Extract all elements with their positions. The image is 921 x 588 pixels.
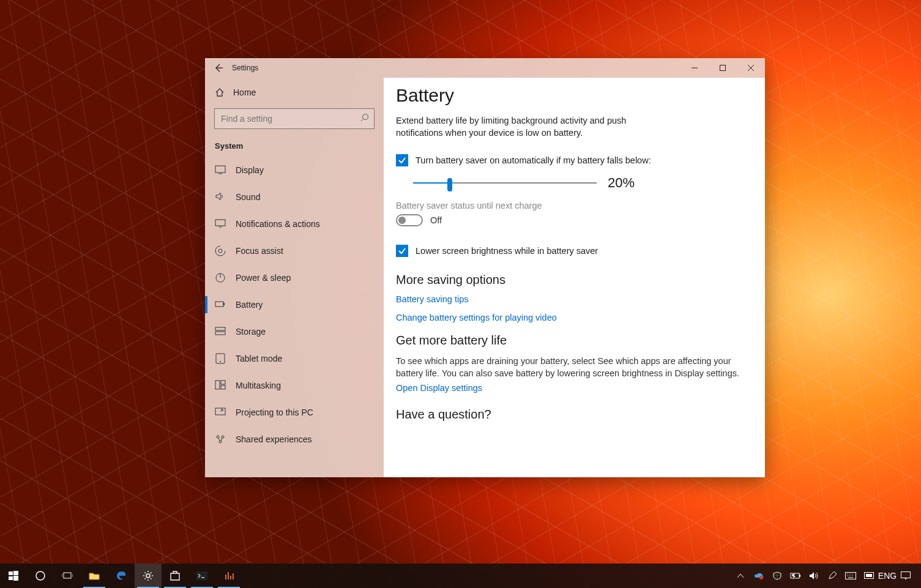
nav-list[interactable]: DisplaySoundNotifications & actionsFocus…: [205, 157, 384, 477]
windows-icon: [9, 571, 18, 581]
focus-icon: [215, 245, 226, 256]
auto-saver-checkbox[interactable]: [396, 154, 408, 166]
content-area[interactable]: Battery Extend battery life by limiting …: [384, 78, 765, 477]
more-saving-title: More saving options: [396, 273, 747, 287]
keyboard-icon: [845, 572, 856, 579]
svg-rect-14: [221, 385, 225, 389]
svg-rect-21: [9, 576, 13, 580]
store-icon: [170, 571, 181, 581]
back-button[interactable]: [205, 58, 232, 78]
svg-rect-19: [9, 571, 13, 575]
language-indicator[interactable]: ENG: [878, 564, 897, 588]
project-icon: [864, 572, 874, 579]
slider-fill: [413, 182, 450, 184]
titlebar[interactable]: Settings: [205, 58, 765, 78]
taskbar[interactable]: ENG: [0, 564, 921, 588]
svg-rect-32: [866, 574, 872, 577]
window-title: Settings: [232, 64, 258, 72]
threshold-slider[interactable]: [413, 177, 597, 189]
svg-point-11: [220, 361, 221, 362]
maximize-button[interactable]: [709, 58, 737, 78]
system-tray: ENG: [731, 564, 921, 588]
sidebar-item-notifications[interactable]: Notifications & actions: [205, 210, 384, 237]
store-taskbar-button[interactable]: [162, 564, 188, 588]
video-settings-link[interactable]: Change battery settings for playing vide…: [396, 313, 747, 322]
multitasking-icon: [215, 380, 226, 391]
svg-point-27: [759, 576, 763, 579]
maximize-icon: [720, 65, 726, 71]
svg-point-16: [217, 436, 219, 438]
sidebar-item-storage[interactable]: Storage: [205, 318, 384, 345]
battery-tips-link[interactable]: Battery saving tips: [396, 294, 747, 304]
tray-pen-icon[interactable]: [823, 564, 841, 588]
notification-icon: [901, 571, 911, 580]
sidebar: Home System DisplaySoundNotifications & …: [205, 78, 384, 477]
svg-rect-33: [901, 572, 911, 578]
slider-thumb[interactable]: [447, 178, 452, 192]
home-label: Home: [233, 87, 256, 97]
sidebar-item-tablet[interactable]: Tablet mode: [205, 345, 384, 372]
sidebar-item-label: Focus assist: [236, 246, 283, 256]
svg-rect-12: [215, 381, 220, 389]
brightness-checkbox[interactable]: [396, 245, 408, 257]
sidebar-item-power[interactable]: Power & sleep: [205, 264, 384, 291]
app-taskbar-button[interactable]: [215, 564, 242, 588]
sidebar-item-multitasking[interactable]: Multitasking: [205, 372, 384, 399]
tray-security-icon[interactable]: [768, 564, 786, 588]
sidebar-item-label: Battery: [236, 300, 263, 310]
svg-rect-2: [215, 166, 225, 173]
chevron-up-icon: [737, 573, 744, 578]
tray-overflow-button[interactable]: [731, 564, 750, 588]
sidebar-item-sound[interactable]: Sound: [205, 184, 384, 210]
bars-icon: [224, 571, 234, 581]
tray-keyboard-icon[interactable]: [841, 564, 860, 588]
sidebar-item-label: Display: [236, 165, 264, 175]
show-desktop-button[interactable]: [915, 564, 919, 588]
sidebar-item-label: Power & sleep: [236, 273, 291, 283]
sidebar-item-shared[interactable]: Shared experiences: [205, 426, 384, 453]
svg-rect-9: [215, 332, 225, 335]
edge-taskbar-button[interactable]: [108, 564, 135, 588]
search-input[interactable]: [214, 108, 375, 129]
tray-project-icon[interactable]: [860, 564, 878, 588]
speaker-icon: [809, 571, 819, 580]
svg-rect-0: [720, 65, 726, 71]
sidebar-item-battery[interactable]: Battery: [205, 291, 384, 318]
get-more-title: Get more battery life: [396, 333, 747, 348]
explorer-taskbar-button[interactable]: [81, 564, 108, 588]
search-icon: [360, 113, 369, 122]
battery-icon: [790, 572, 801, 579]
status-toggle[interactable]: [396, 214, 423, 226]
question-title: Have a question?: [396, 408, 747, 422]
minimize-button[interactable]: [680, 58, 709, 78]
close-button[interactable]: [737, 58, 765, 78]
gear-icon: [143, 570, 154, 581]
tray-onedrive-icon[interactable]: [750, 564, 768, 588]
sidebar-category: System: [205, 136, 384, 157]
terminal-taskbar-button[interactable]: [188, 564, 215, 588]
projecting-icon: [215, 407, 226, 418]
sound-icon: [215, 192, 226, 203]
folder-icon: [89, 571, 100, 580]
shared-icon: [215, 434, 226, 445]
close-icon: [748, 65, 754, 71]
tray-volume-icon[interactable]: [805, 564, 823, 588]
settings-taskbar-button[interactable]: [135, 564, 162, 588]
sidebar-item-display[interactable]: Display: [205, 157, 384, 184]
display-settings-link[interactable]: Open Display settings: [396, 383, 747, 393]
shield-icon: [773, 571, 781, 580]
home-link[interactable]: Home: [205, 80, 384, 105]
taskview-button[interactable]: [54, 564, 81, 588]
start-button[interactable]: [0, 564, 27, 588]
terminal-icon: [196, 571, 207, 580]
sidebar-item-label: Shared experiences: [236, 434, 312, 444]
sidebar-item-focus[interactable]: Focus assist: [205, 237, 384, 264]
sidebar-item-label: Tablet mode: [236, 354, 282, 363]
sidebar-item-projecting[interactable]: Projecting to this PC: [205, 399, 384, 426]
action-center-button[interactable]: [897, 564, 915, 588]
cortana-button[interactable]: [27, 564, 54, 588]
sidebar-item-label: Multitasking: [236, 381, 281, 390]
minimize-icon: [692, 65, 698, 71]
status-label: Battery saver status until next charge: [396, 201, 747, 210]
tray-power-icon[interactable]: [786, 564, 805, 588]
